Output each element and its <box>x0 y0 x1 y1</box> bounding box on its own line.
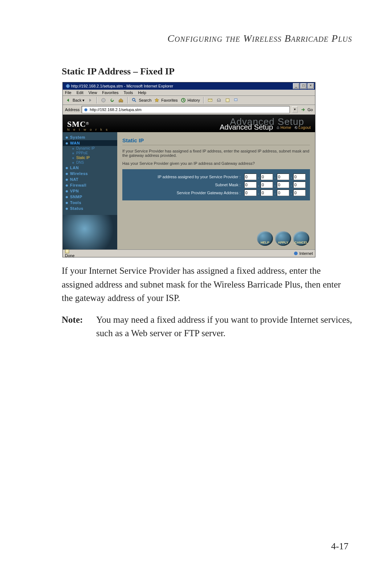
body-paragraph: If your Internet Service Provider has as… <box>62 264 352 305</box>
sidebar-item-vpn[interactable]: VPN <box>63 188 117 194</box>
menu-favorites[interactable]: Favorites <box>102 90 118 95</box>
chevron-down-icon: ▾ <box>82 98 85 103</box>
search-icon <box>131 97 138 103</box>
print-icon[interactable] <box>216 97 222 103</box>
sidebar-item-nat[interactable]: NAT <box>63 176 117 182</box>
svg-rect-6 <box>218 99 220 100</box>
smc-logo: SMC <box>67 119 86 129</box>
maximize-button[interactable]: □ <box>300 83 307 89</box>
router-banner: SMC® N e t w o r k s Advanced Setup Adva… <box>63 115 315 132</box>
status-zone: Internet <box>299 251 313 256</box>
content-para-1: If your Service Provider has assigned a … <box>122 149 310 158</box>
sidebar-item-pppoe[interactable]: PPPoE <box>63 151 117 155</box>
minimize-button[interactable]: _ <box>293 83 299 89</box>
sidebar-art <box>63 215 117 249</box>
gw-octet-2[interactable] <box>261 190 273 196</box>
address-field[interactable]: http://192.168.2.1/setupa.stm <box>82 106 290 113</box>
refresh-icon[interactable] <box>109 97 115 103</box>
done-icon <box>65 249 74 253</box>
gw-octet-1[interactable] <box>244 190 257 196</box>
svg-rect-10 <box>65 249 69 253</box>
ie-icon <box>65 83 71 89</box>
favorites-button[interactable]: Favorites <box>154 97 177 103</box>
svg-point-11 <box>294 252 298 255</box>
forward-icon[interactable] <box>87 97 93 103</box>
content-pane: Static IP If your Service Provider has a… <box>117 132 315 249</box>
cancel-button[interactable]: CANCEL <box>293 231 309 246</box>
search-button[interactable]: Search <box>131 97 151 103</box>
label-mask: Subnet Mask : <box>127 183 244 187</box>
mask-octet-4[interactable] <box>293 182 306 188</box>
note-body: You may need a fixed address if you want… <box>96 313 352 340</box>
content-heading: Static IP <box>122 137 310 145</box>
ip-octet-3[interactable] <box>277 174 289 180</box>
ip-octet-4[interactable] <box>293 174 306 180</box>
sidebar-item-dns[interactable]: DNS <box>63 160 117 165</box>
menu-edit[interactable]: Edit <box>77 90 83 95</box>
favorites-icon <box>154 97 160 103</box>
sidebar-item-tools[interactable]: Tools <box>63 200 117 205</box>
svg-point-9 <box>85 108 87 111</box>
stop-icon[interactable] <box>100 97 107 103</box>
section-title: Static IP Address – Fixed IP <box>62 66 352 77</box>
menu-bar: File Edit View Favorites Tools Help <box>63 90 315 96</box>
internet-zone-icon <box>294 251 298 256</box>
mask-octet-2[interactable] <box>261 182 273 188</box>
sidebar-item-lan[interactable]: LAN <box>63 165 117 171</box>
menu-help[interactable]: Help <box>138 90 146 95</box>
ip-octet-1[interactable] <box>244 174 257 180</box>
edit-icon[interactable] <box>224 97 231 103</box>
discuss-icon[interactable] <box>233 97 240 103</box>
sidebar-item-snmp[interactable]: SNMP <box>63 194 117 200</box>
sidebar-item-dynamic[interactable]: Dynamic IP <box>63 146 117 151</box>
help-button[interactable]: HELP <box>257 231 273 246</box>
row-mask: Subnet Mask : . . . <box>127 182 306 188</box>
screenshot: http://192.168.2.1/setupa.stm - Microsof… <box>62 82 315 257</box>
svg-point-2 <box>132 98 135 101</box>
history-icon <box>180 97 187 103</box>
mask-octet-1[interactable] <box>244 182 257 188</box>
page-number: 4-17 <box>331 541 348 552</box>
row-ip: IP address assigned by your Service Prov… <box>127 174 306 180</box>
gw-octet-4[interactable] <box>293 190 306 196</box>
status-left: Done <box>65 253 74 258</box>
go-icon <box>300 107 306 113</box>
apply-button[interactable]: APPLY <box>275 231 291 246</box>
label-gateway: Service Provider Gateway Address : <box>127 191 244 195</box>
status-bar: Done Internet <box>63 249 315 257</box>
ip-octet-2[interactable] <box>261 174 273 180</box>
close-button[interactable]: × <box>307 83 314 89</box>
window-title: http://192.168.2.1/setupa.stm - Microsof… <box>71 84 293 88</box>
banner-ghost-title: Advanced Setup <box>230 116 304 127</box>
sidebar-item-system[interactable]: System <box>63 134 117 140</box>
sidebar-item-wireless[interactable]: Wireless <box>63 171 117 176</box>
sidebar-item-status[interactable]: Status <box>63 205 117 211</box>
back-button[interactable]: Back ▾ <box>65 97 85 103</box>
svg-rect-7 <box>226 99 229 102</box>
address-dropdown[interactable]: ▾ <box>292 106 298 113</box>
toolbar: Back ▾ <box>63 96 315 105</box>
gw-octet-3[interactable] <box>277 190 289 196</box>
smc-networks: N e t w o r k s <box>67 128 109 131</box>
sidebar-item-firewall[interactable]: Firewall <box>63 182 117 188</box>
sidebar-item-staticip[interactable]: Static IP <box>63 155 117 160</box>
menu-file[interactable]: File <box>65 90 72 95</box>
running-head: Configuring the Wireless Barricade Plus <box>62 33 352 44</box>
address-label: Address <box>65 107 79 112</box>
history-button[interactable]: History <box>180 97 200 103</box>
note-label: Note: <box>62 313 96 340</box>
router-page: SMC® N e t w o r k s Advanced Setup Adva… <box>63 115 315 249</box>
sidebar-item-wan[interactable]: WAN <box>63 140 117 146</box>
svg-rect-8 <box>234 99 237 101</box>
mask-octet-3[interactable] <box>277 182 289 188</box>
label-ip: IP address assigned by your Service Prov… <box>127 175 244 179</box>
mail-icon[interactable] <box>207 97 213 103</box>
address-value: http://192.168.2.1/setupa.stm <box>90 107 141 112</box>
ie-page-icon <box>83 107 88 112</box>
svg-point-1 <box>102 98 106 102</box>
home-icon[interactable] <box>118 97 124 103</box>
go-button[interactable]: Go <box>300 107 313 113</box>
menu-view[interactable]: View <box>89 90 97 95</box>
menu-tools[interactable]: Tools <box>124 90 133 95</box>
address-bar: Address http://192.168.2.1/setupa.stm ▾ … <box>63 105 315 115</box>
